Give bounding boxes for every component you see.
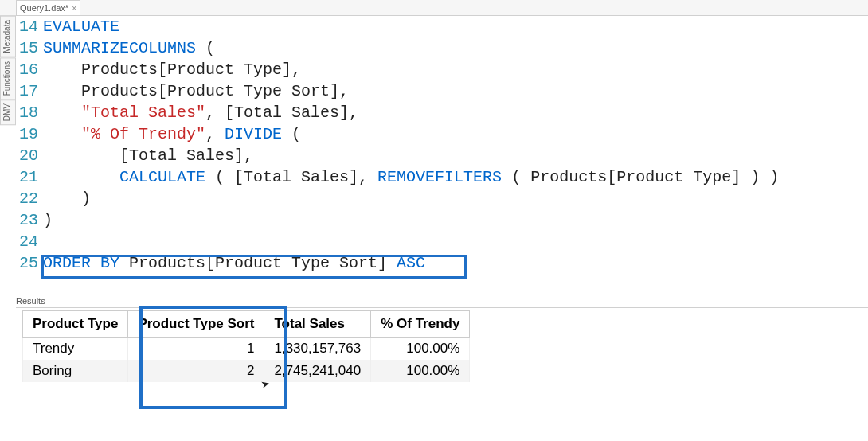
side-tab-dmv[interactable]: DMV [0,100,16,125]
line-number: 21 [16,166,43,188]
table-row[interactable]: Trendy 1 1,330,157,763 100.00% [23,338,470,361]
results-label: Results [16,296,868,308]
results-table: Product Type Product Type Sort Total Sal… [22,310,470,382]
line-number: 20 [16,145,43,166]
cell: 1 [128,338,264,361]
line-number: 14 [16,16,43,37]
cell: Trendy [23,338,128,361]
line-number: 22 [16,188,43,209]
cell: Boring [23,360,128,382]
col-header-total-sales[interactable]: Total Sales [264,311,371,338]
line-number: 25 [16,252,43,274]
cell: 100.00% [371,338,470,361]
side-tab-metadata[interactable]: Metadata [0,16,16,57]
cell: 2 [128,360,264,382]
line-number: 18 [16,102,43,123]
close-icon[interactable]: × [72,4,76,13]
code-editor[interactable]: 14EVALUATE 15SUMMARIZECOLUMNS ( 16 Produ… [16,16,868,291]
tab-title: Query1.dax* [20,3,68,13]
cell: 2,745,241,040 [264,360,371,382]
line-number: 15 [16,37,43,59]
results-grid[interactable]: Product Type Product Type Sort Total Sal… [22,310,862,382]
line-number: 24 [16,231,43,252]
side-tabs: Metadata Functions DMV [0,16,16,96]
col-header-product-type-sort[interactable]: Product Type Sort [128,311,264,338]
side-tab-functions[interactable]: Functions [0,57,16,100]
cell: 1,330,157,763 [264,338,371,361]
cell: 100.00% [371,360,470,382]
line-number: 16 [16,59,43,80]
col-header-product-type[interactable]: Product Type [23,311,128,338]
line-number: 23 [16,209,43,231]
table-row[interactable]: Boring 2 2,745,241,040 100.00% [23,360,470,382]
file-tab[interactable]: Query1.dax* × [16,0,80,15]
line-number: 17 [16,80,43,102]
tab-bar: Query1.dax* × [0,0,868,16]
col-header-pct-trendy[interactable]: % Of Trendy [371,311,470,338]
line-number: 19 [16,123,43,145]
